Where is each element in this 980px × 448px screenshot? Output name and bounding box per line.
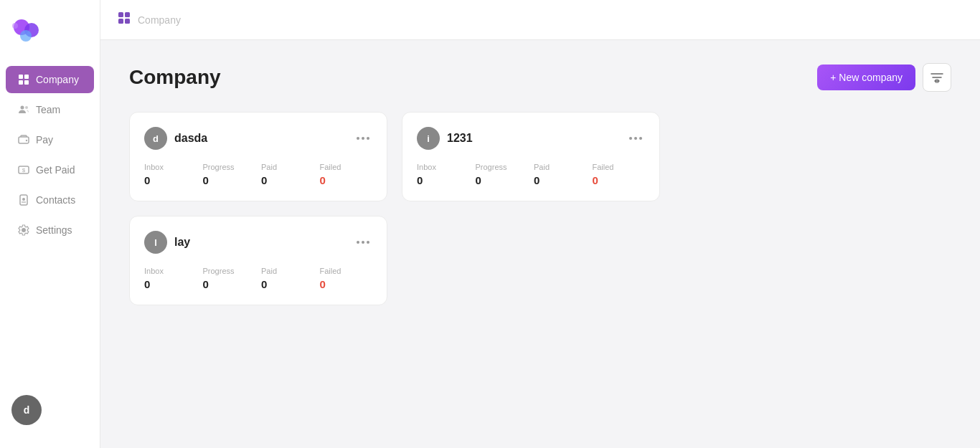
more-icon xyxy=(357,241,369,244)
company-name: lay xyxy=(174,236,190,249)
inbox-label: Inbox xyxy=(417,163,470,171)
svg-text:$: $ xyxy=(22,167,26,173)
inbox-label: Inbox xyxy=(144,267,197,275)
company-card: d dasda Inbox 0 Progress 0 Paid 0 xyxy=(129,112,387,201)
company-card: l lay Inbox 0 Progress 0 Paid 0 xyxy=(129,216,387,305)
company-avatar: i xyxy=(417,127,440,150)
sidebar-item-settings[interactable]: Settings xyxy=(6,216,94,244)
paid-label: Paid xyxy=(534,163,587,171)
user-avatar: d xyxy=(11,395,42,425)
app-logo xyxy=(11,17,42,47)
failed-value: 0 xyxy=(320,174,373,186)
svg-rect-20 xyxy=(125,19,130,24)
card-stats: Inbox 0 Progress 0 Paid 0 Failed 0 xyxy=(417,163,645,186)
card-title-row: d dasda xyxy=(144,127,207,150)
more-icon xyxy=(357,137,369,140)
new-company-button[interactable]: + New company xyxy=(817,65,915,90)
paid-value: 0 xyxy=(261,174,314,186)
stat-paid: Paid 0 xyxy=(261,267,314,290)
progress-value: 0 xyxy=(203,278,256,290)
progress-value: 0 xyxy=(476,174,529,186)
filter-button[interactable] xyxy=(923,63,951,92)
failed-value: 0 xyxy=(593,174,646,186)
contacts-icon xyxy=(17,194,30,206)
dollar-icon: $ xyxy=(17,163,30,176)
svg-rect-19 xyxy=(118,19,123,24)
stat-inbox: Inbox 0 xyxy=(144,267,197,290)
stat-failed: Failed 0 xyxy=(320,163,373,186)
progress-value: 0 xyxy=(203,174,256,186)
sidebar-item-team[interactable]: Team xyxy=(6,96,94,123)
paid-value: 0 xyxy=(534,174,587,186)
card-title-row: i 1231 xyxy=(417,127,473,150)
stat-failed: Failed 0 xyxy=(320,267,373,290)
people-icon xyxy=(17,103,30,116)
svg-rect-17 xyxy=(118,12,123,17)
svg-point-26 xyxy=(362,137,364,140)
wallet-icon xyxy=(17,133,30,146)
company-name: dasda xyxy=(174,132,207,145)
svg-point-32 xyxy=(362,241,364,244)
progress-label: Progress xyxy=(203,163,256,171)
paid-value: 0 xyxy=(261,278,314,290)
card-menu-button[interactable] xyxy=(354,239,372,245)
sidebar-item-company[interactable]: Company xyxy=(6,66,94,93)
card-stats: Inbox 0 Progress 0 Paid 0 Failed 0 xyxy=(144,267,372,290)
svg-point-30 xyxy=(639,137,642,140)
sidebar-item-contacts-label: Contacts xyxy=(36,194,75,206)
topbar-breadcrumb: Company xyxy=(138,14,181,26)
svg-rect-7 xyxy=(24,80,29,85)
stat-inbox: Inbox 0 xyxy=(144,163,197,186)
stat-paid: Paid 0 xyxy=(534,163,587,186)
sidebar-nav: Company Team Pay $ Get Paid Contacts xyxy=(0,65,100,383)
sidebar-item-pay[interactable]: Pay xyxy=(6,126,94,153)
card-stats: Inbox 0 Progress 0 Paid 0 Failed 0 xyxy=(144,163,372,186)
svg-rect-6 xyxy=(19,80,23,85)
sidebar-item-settings-label: Settings xyxy=(36,224,72,236)
gear-icon xyxy=(17,224,30,237)
company-name: 1231 xyxy=(447,132,473,145)
svg-point-2 xyxy=(20,30,32,42)
page-title: Company xyxy=(129,66,221,89)
svg-point-27 xyxy=(367,137,369,140)
sidebar-item-contacts[interactable]: Contacts xyxy=(6,186,94,214)
stat-paid: Paid 0 xyxy=(261,163,314,186)
card-header: i 1231 xyxy=(417,127,645,150)
svg-rect-5 xyxy=(24,75,29,79)
sidebar-item-team-label: Team xyxy=(36,104,60,115)
stat-progress: Progress 0 xyxy=(203,163,256,186)
sidebar-item-get-paid-label: Get Paid xyxy=(36,164,75,176)
stat-failed: Failed 0 xyxy=(593,163,646,186)
more-icon xyxy=(629,137,642,140)
header-actions: + New company xyxy=(817,63,951,92)
logo-area xyxy=(0,11,100,65)
sidebar-item-get-paid[interactable]: $ Get Paid xyxy=(6,156,94,184)
failed-value: 0 xyxy=(320,278,373,290)
paid-label: Paid xyxy=(261,267,314,275)
svg-point-9 xyxy=(25,106,28,109)
svg-point-15 xyxy=(22,198,25,201)
svg-point-25 xyxy=(357,137,359,140)
failed-label: Failed xyxy=(320,267,373,275)
stat-progress: Progress 0 xyxy=(476,163,529,186)
svg-point-11 xyxy=(26,140,27,141)
svg-rect-4 xyxy=(19,75,23,79)
svg-point-33 xyxy=(367,241,369,244)
svg-point-8 xyxy=(21,106,24,110)
card-menu-button[interactable] xyxy=(354,135,372,141)
card-header: l lay xyxy=(144,231,372,254)
filter-icon xyxy=(930,72,943,83)
svg-rect-18 xyxy=(125,12,130,17)
card-menu-button[interactable] xyxy=(626,135,645,141)
company-card: i 1231 Inbox 0 Progress 0 Paid 0 xyxy=(402,112,660,201)
user-avatar-section[interactable]: d xyxy=(0,383,100,437)
svg-point-3 xyxy=(12,23,18,29)
sidebar: Company Team Pay $ Get Paid Contacts xyxy=(0,0,100,448)
svg-point-29 xyxy=(634,137,637,140)
stat-progress: Progress 0 xyxy=(203,267,256,290)
company-avatar: l xyxy=(144,231,167,254)
failed-label: Failed xyxy=(593,163,646,171)
svg-point-31 xyxy=(357,241,359,244)
grid-icon xyxy=(17,73,30,86)
topbar: Company xyxy=(100,0,980,40)
